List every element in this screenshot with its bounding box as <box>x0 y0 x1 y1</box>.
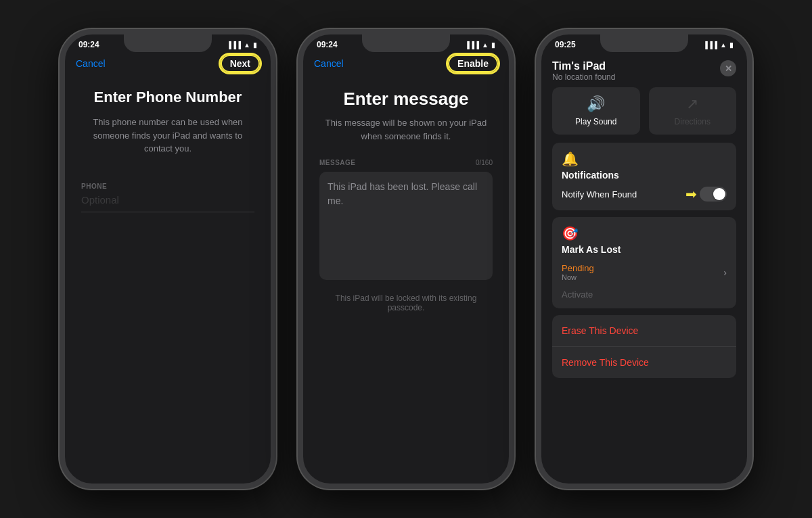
action-row: 🔊 Play Sound ↗ Directions <box>541 87 747 135</box>
status-icons-3: ▐▐▐ ▲ ▮ <box>703 41 734 49</box>
mark-lost-icon: 🎯 <box>562 225 727 241</box>
signal-icon-3: ▐▐▐ <box>703 41 717 49</box>
next-button[interactable]: Next <box>221 55 260 72</box>
notify-when-found-label: Notify When Found <box>562 189 637 199</box>
message-placeholder: This iPad has been lost. Please call me. <box>328 181 477 206</box>
wifi-icon-2: ▲ <box>482 41 489 49</box>
device-name: Tim's iPad <box>552 60 615 72</box>
play-sound-icon: 🔊 <box>587 95 605 113</box>
erase-device-label: Erase This Device <box>562 325 638 336</box>
now-label: Now <box>562 273 594 281</box>
phone-placeholder: Optional <box>81 194 119 206</box>
phone-number-desc: This phone number can be used when someo… <box>81 116 254 156</box>
status-bar-1: 09:24 ▐▐▐ ▲ ▮ <box>65 34 271 52</box>
status-icons-2: ▐▐▐ ▲ ▮ <box>465 41 495 49</box>
time-1: 09:24 <box>78 40 99 49</box>
phone-1: 09:24 ▐▐▐ ▲ ▮ Cancel Next Enter Phone Nu… <box>60 29 276 489</box>
notifications-icon: 🔔 <box>562 151 727 167</box>
play-sound-label: Play Sound <box>575 117 616 126</box>
phone2-content: Enter message This message will be shown… <box>303 78 509 484</box>
notify-toggle[interactable] <box>700 187 727 202</box>
message-field-header: MESSAGE 0/160 <box>319 159 493 166</box>
mark-lost-title: Mark As Lost <box>562 244 727 255</box>
msg-count: 0/160 <box>476 159 493 166</box>
erase-device-item[interactable]: Erase This Device <box>552 315 736 347</box>
phone1-content: Enter Phone Number This phone number can… <box>65 78 271 484</box>
time-3: 09:25 <box>555 40 576 49</box>
remove-device-label: Remove This Device <box>562 357 649 368</box>
danger-section: Erase This Device Remove This Device <box>552 315 736 378</box>
lock-notice: This iPad will be locked with its existi… <box>319 293 493 312</box>
status-bar-3: 09:25 ▐▐▐ ▲ ▮ <box>541 34 747 52</box>
phone-3: 09:25 ▐▐▐ ▲ ▮ Tim's iPad No location fou… <box>536 29 752 489</box>
phone3-content: Tim's iPad No location found ✕ 🔊 Play So… <box>541 52 747 484</box>
directions-label: Directions <box>675 117 710 126</box>
wifi-icon: ▲ <box>244 41 250 49</box>
status-icons-1: ▐▐▐ ▲ ▮ <box>227 41 257 49</box>
toggle-annotation: ➡ <box>685 186 727 202</box>
enable-button[interactable]: Enable <box>448 55 498 72</box>
play-sound-button[interactable]: 🔊 Play Sound <box>552 87 640 135</box>
notify-when-found-row: Notify When Found ➡ <box>562 186 727 202</box>
activate-row: Activate <box>562 284 727 300</box>
notifications-title: Notifications <box>562 170 727 181</box>
lost-status-info: Pending Now <box>562 263 594 281</box>
signal-icon-2: ▐▐▐ <box>465 41 479 49</box>
yellow-arrow-icon: ➡ <box>685 186 697 202</box>
activate-label: Activate <box>562 289 593 300</box>
lost-status-row[interactable]: Pending Now › <box>562 260 727 284</box>
nav-bar-2: Cancel Enable <box>303 52 509 78</box>
battery-icon-2: ▮ <box>491 41 495 49</box>
message-textarea[interactable]: This iPad has been lost. Please call me. <box>319 172 493 280</box>
phone-number-title: Enter Phone Number <box>81 89 254 106</box>
directions-button[interactable]: ↗ Directions <box>649 87 737 135</box>
phone-2: 09:24 ▐▐▐ ▲ ▮ Cancel Enable Enter messag… <box>298 29 514 489</box>
battery-icon-3: ▮ <box>729 41 734 49</box>
mark-as-lost-section: 🎯 Mark As Lost Pending Now › Activate <box>552 217 736 308</box>
signal-icon: ▐▐▐ <box>227 41 241 49</box>
close-button[interactable]: ✕ <box>720 60 736 76</box>
device-status: No location found <box>552 72 615 82</box>
notifications-section: 🔔 Notifications Notify When Found ➡ <box>552 143 736 210</box>
message-desc: This message will be shown on your iPad … <box>319 116 493 143</box>
wifi-icon-3: ▲ <box>720 41 727 49</box>
remove-device-item[interactable]: Remove This Device <box>552 347 736 378</box>
cancel-button-2[interactable]: Cancel <box>314 58 344 69</box>
status-bar-2: 09:24 ▐▐▐ ▲ ▮ <box>303 34 509 52</box>
pending-label: Pending <box>562 263 594 273</box>
chevron-right-icon: › <box>723 267 727 278</box>
msg-label: MESSAGE <box>319 159 356 166</box>
directions-icon: ↗ <box>686 95 698 113</box>
cancel-button-1[interactable]: Cancel <box>76 58 106 69</box>
device-header: Tim's iPad No location found ✕ <box>541 52 747 87</box>
message-title: Enter message <box>319 89 493 110</box>
nav-bar-1: Cancel Next <box>65 52 271 78</box>
phone-field-label: PHONE <box>81 183 254 190</box>
device-info: Tim's iPad No location found <box>552 60 615 82</box>
battery-icon: ▮ <box>253 41 257 49</box>
time-2: 09:24 <box>317 40 338 49</box>
phone-field[interactable]: Optional <box>81 194 254 212</box>
